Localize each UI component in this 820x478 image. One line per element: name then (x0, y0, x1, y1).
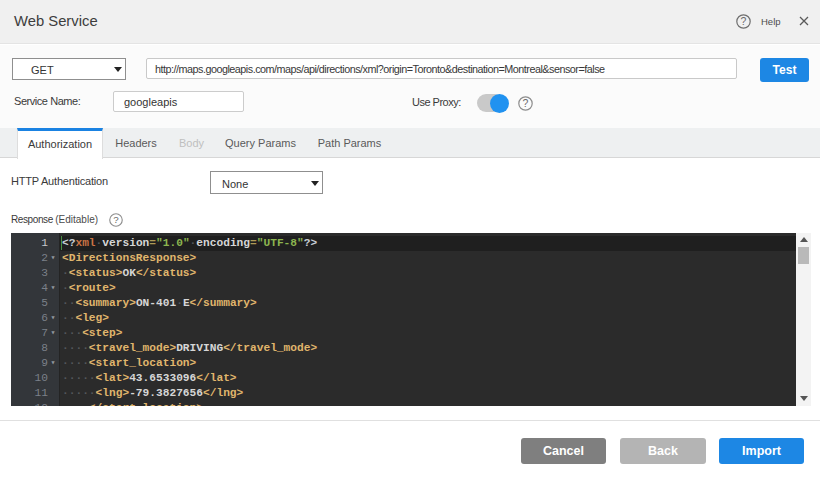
svg-text:?: ? (523, 97, 529, 109)
svg-text:?: ? (113, 214, 119, 225)
svg-text:?: ? (741, 15, 747, 27)
